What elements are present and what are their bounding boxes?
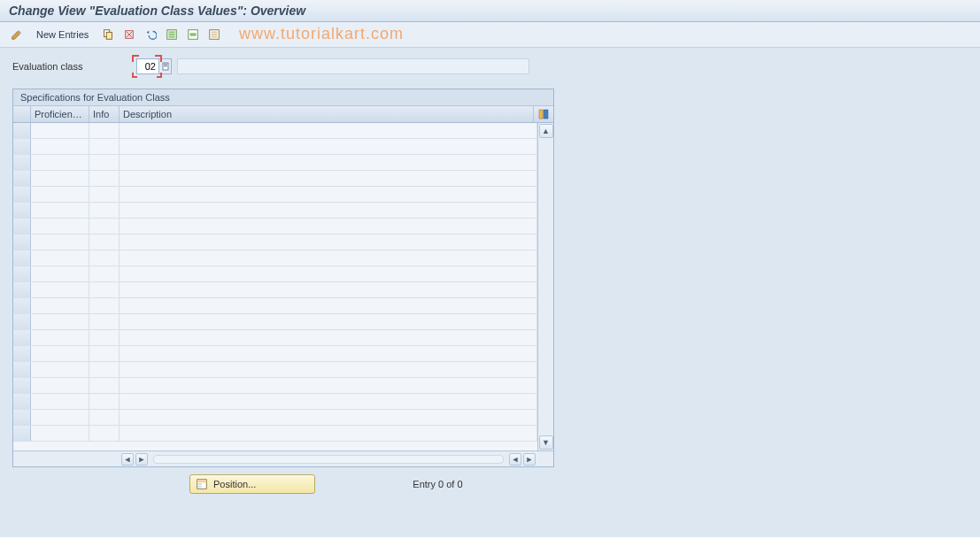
scroll-up-button[interactable]: ▲	[539, 124, 553, 138]
cell-info[interactable]	[89, 219, 120, 234]
row-selector[interactable]	[13, 394, 31, 409]
row-selector[interactable]	[13, 298, 31, 313]
column-proficiency[interactable]: Proficien…	[31, 106, 89, 122]
scroll-left-end-button[interactable]: ◄	[509, 453, 521, 466]
vertical-scrollbar[interactable]: ▲ ▼	[537, 123, 553, 450]
cell-info[interactable]	[89, 155, 120, 170]
row-selector[interactable]	[13, 346, 31, 361]
row-selector[interactable]	[13, 139, 31, 154]
cell-description[interactable]	[120, 266, 537, 281]
row-selector[interactable]	[13, 219, 31, 234]
cell-proficiency[interactable]	[31, 346, 89, 361]
column-description[interactable]: Description	[120, 106, 534, 122]
cell-info[interactable]	[89, 378, 120, 393]
cell-proficiency[interactable]	[31, 362, 89, 377]
select-block-button[interactable]	[183, 26, 203, 43]
new-entries-button[interactable]: New Entries	[28, 26, 96, 43]
undo-change-button[interactable]	[141, 26, 160, 43]
row-selector[interactable]	[13, 314, 31, 329]
scroll-right-button[interactable]: ►	[135, 453, 148, 466]
row-selector[interactable]	[13, 203, 31, 218]
cell-info[interactable]	[89, 346, 120, 361]
cell-proficiency[interactable]	[31, 155, 89, 170]
cell-info[interactable]	[89, 298, 120, 313]
cell-proficiency[interactable]	[31, 187, 89, 202]
cell-info[interactable]	[89, 410, 120, 425]
evaluation-class-input[interactable]	[136, 58, 159, 74]
horizontal-scroll-track[interactable]	[153, 455, 504, 464]
cell-info[interactable]	[89, 250, 120, 266]
vertical-scroll-track[interactable]	[538, 139, 553, 435]
cell-info[interactable]	[89, 187, 120, 202]
cell-proficiency[interactable]	[31, 314, 89, 329]
row-selector[interactable]	[13, 266, 31, 281]
cell-proficiency[interactable]	[31, 203, 89, 218]
cell-info[interactable]	[89, 171, 120, 186]
cell-proficiency[interactable]	[31, 266, 89, 281]
cell-description[interactable]	[120, 250, 537, 266]
row-selector[interactable]	[13, 330, 31, 345]
cell-info[interactable]	[89, 330, 120, 345]
cell-info[interactable]	[89, 314, 120, 329]
cell-info[interactable]	[89, 139, 120, 154]
table-settings-button[interactable]	[534, 106, 553, 122]
cell-proficiency[interactable]	[31, 171, 89, 186]
cell-description[interactable]	[120, 314, 537, 329]
cell-info[interactable]	[89, 266, 120, 281]
deselect-all-button[interactable]	[204, 26, 224, 43]
cell-description[interactable]	[120, 410, 537, 425]
cell-info[interactable]	[89, 394, 120, 409]
scroll-right-end-button[interactable]: ►	[523, 453, 536, 466]
row-selector[interactable]	[13, 235, 31, 250]
cell-proficiency[interactable]	[31, 426, 89, 441]
row-selector[interactable]	[13, 362, 31, 377]
row-selector[interactable]	[13, 171, 31, 186]
cell-description[interactable]	[120, 155, 537, 170]
position-button[interactable]: Position...	[189, 474, 315, 494]
row-selector[interactable]	[13, 250, 31, 266]
cell-info[interactable]	[89, 203, 120, 218]
cell-proficiency[interactable]	[31, 219, 89, 234]
row-selector[interactable]	[13, 187, 31, 202]
cell-description[interactable]	[120, 235, 537, 250]
cell-proficiency[interactable]	[31, 282, 89, 297]
evaluation-class-f4-button[interactable]	[159, 58, 172, 74]
row-selector[interactable]	[13, 282, 31, 297]
cell-description[interactable]	[120, 203, 537, 218]
cell-description[interactable]	[120, 378, 537, 393]
cell-proficiency[interactable]	[31, 330, 89, 345]
cell-description[interactable]	[120, 187, 537, 202]
cell-proficiency[interactable]	[31, 250, 89, 266]
cell-description[interactable]	[120, 139, 537, 154]
toggle-display-change-button[interactable]	[7, 26, 27, 43]
scroll-down-button[interactable]: ▼	[539, 435, 553, 450]
cell-description[interactable]	[120, 426, 537, 441]
cell-info[interactable]	[89, 282, 120, 297]
cell-description[interactable]	[120, 346, 537, 361]
cell-description[interactable]	[120, 298, 537, 313]
cell-description[interactable]	[120, 362, 537, 377]
scroll-left-button[interactable]: ◄	[121, 453, 134, 466]
row-selector[interactable]	[13, 155, 31, 170]
column-selector[interactable]	[13, 106, 31, 122]
row-selector[interactable]	[13, 410, 31, 425]
cell-proficiency[interactable]	[31, 123, 89, 138]
cell-info[interactable]	[89, 426, 120, 441]
row-selector[interactable]	[13, 426, 31, 441]
delete-button[interactable]	[120, 26, 139, 43]
cell-info[interactable]	[89, 123, 120, 138]
column-info[interactable]: Info	[89, 106, 120, 122]
row-selector[interactable]	[13, 123, 31, 138]
cell-proficiency[interactable]	[31, 394, 89, 409]
copy-as-button[interactable]	[98, 26, 118, 43]
cell-proficiency[interactable]	[31, 235, 89, 250]
cell-description[interactable]	[120, 330, 537, 345]
cell-description[interactable]	[120, 219, 537, 234]
cell-proficiency[interactable]	[31, 139, 89, 154]
cell-proficiency[interactable]	[31, 410, 89, 425]
cell-info[interactable]	[89, 235, 120, 250]
row-selector[interactable]	[13, 378, 31, 393]
cell-info[interactable]	[89, 362, 120, 377]
cell-proficiency[interactable]	[31, 378, 89, 393]
cell-description[interactable]	[120, 394, 537, 409]
